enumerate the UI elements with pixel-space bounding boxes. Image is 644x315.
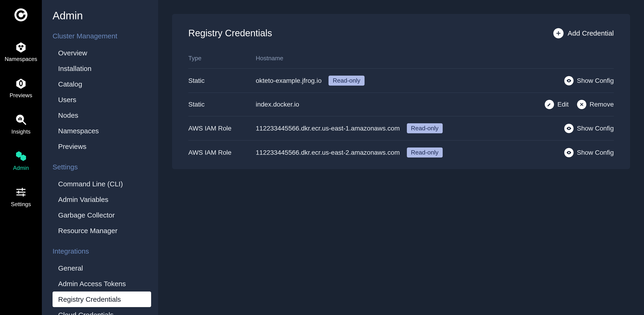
svg-point-6: [20, 48, 22, 50]
svg-point-24: [568, 152, 570, 153]
cell-type: Static: [188, 69, 256, 93]
sidebar-item-admin-variables[interactable]: Admin Variables: [42, 192, 158, 207]
sidebar-item-namespaces[interactable]: Namespaces: [42, 123, 158, 139]
sidebar-item-cli[interactable]: Command Line (CLI): [42, 176, 158, 192]
sidebar-title: Admin: [42, 9, 158, 32]
cell-type: Static: [188, 93, 256, 116]
cell-type: AWS IAM Role: [188, 141, 256, 165]
pencil-icon: [545, 100, 554, 109]
action-label: Show Config: [577, 77, 614, 85]
hostname-text: 112233445566.dkr.ecr.us-east-2.amazonaws…: [256, 149, 400, 156]
rail-label: Admin: [13, 165, 29, 171]
rail-label: Namespaces: [5, 56, 37, 62]
sidebar-section-cluster: Cluster Management Overview Installation…: [42, 32, 158, 154]
sidebar-section-header: Cluster Management: [42, 32, 158, 45]
cell-actions: Show Config: [509, 116, 614, 141]
rail-item-settings[interactable]: Settings: [11, 186, 31, 207]
eye-icon: [564, 148, 574, 157]
sidebar-section-header: Settings: [42, 163, 158, 176]
previews-icon: [14, 77, 28, 90]
sidebar-item-garbage-collector[interactable]: Garbage Collector: [42, 207, 158, 223]
svg-rect-12: [21, 118, 22, 120]
admin-icon: [14, 149, 28, 162]
rail-label: Insights: [12, 128, 31, 135]
sidebar-item-general[interactable]: General: [42, 260, 158, 276]
hostname-text: 112233445566.dkr.ecr.us-east-1.amazonaws…: [256, 125, 400, 132]
action-label: Remove: [590, 101, 614, 108]
sidebar-item-previews[interactable]: Previews: [42, 139, 158, 154]
sidebar-item-registry-credentials[interactable]: Registry Credentials: [52, 291, 151, 307]
col-hostname: Hostname: [256, 55, 509, 69]
settings-icon: [14, 186, 28, 199]
namespaces-icon: [14, 41, 28, 54]
readonly-badge: Read-only: [328, 76, 364, 86]
sidebar-item-users[interactable]: Users: [42, 92, 158, 108]
rail-nav: Namespaces Previews Insights Admin Setti…: [0, 0, 42, 315]
cell-hostname: 112233445566.dkr.ecr.us-east-2.amazonaws…: [256, 141, 509, 165]
hostname-text: okteto-example.jfrog.io: [256, 77, 322, 85]
credentials-card: Registry Credentials Add Credential Type…: [172, 14, 630, 169]
table-row: Staticokteto-example.jfrog.ioRead-onlySh…: [188, 69, 614, 93]
cell-actions: Show Config: [509, 141, 614, 165]
table-row: AWS IAM Role112233445566.dkr.ecr.us-east…: [188, 116, 614, 141]
table-row: AWS IAM Role112233445566.dkr.ecr.us-east…: [188, 141, 614, 165]
col-type: Type: [188, 55, 256, 69]
sidebar-item-nodes[interactable]: Nodes: [42, 108, 158, 123]
action-label: Edit: [557, 101, 568, 108]
rail-label: Previews: [10, 92, 32, 99]
svg-point-22: [568, 80, 570, 81]
svg-line-13: [23, 121, 26, 124]
table-row: Staticindex.docker.ioEditRemove: [188, 93, 614, 116]
cell-hostname: okteto-example.jfrog.ioRead-only: [256, 69, 509, 93]
svg-point-4: [18, 45, 21, 48]
sidebar-item-admin-tokens[interactable]: Admin Access Tokens: [42, 276, 158, 291]
svg-point-8: [20, 80, 22, 82]
show-config-button[interactable]: Show Config: [564, 124, 614, 133]
card-header: Registry Credentials Add Credential: [188, 28, 614, 38]
rail-item-previews[interactable]: Previews: [10, 77, 32, 99]
rail-label: Settings: [11, 201, 31, 207]
eye-icon: [564, 124, 574, 133]
app-logo: [14, 8, 28, 22]
sidebar-section-header: Integrations: [42, 247, 158, 260]
action-label: Show Config: [577, 149, 614, 156]
sidebar: Admin Cluster Management Overview Instal…: [42, 0, 158, 315]
sidebar-section-settings: Settings Command Line (CLI) Admin Variab…: [42, 163, 158, 238]
show-config-button[interactable]: Show Config: [564, 76, 614, 85]
page-title: Registry Credentials: [188, 28, 272, 38]
svg-marker-7: [16, 79, 26, 89]
cell-actions: Show Config: [509, 69, 614, 93]
svg-rect-2: [23, 13, 26, 15]
svg-marker-3: [16, 42, 26, 53]
close-icon: [577, 100, 586, 109]
sidebar-item-installation[interactable]: Installation: [42, 61, 158, 76]
remove-button[interactable]: Remove: [577, 100, 614, 109]
sidebar-section-integrations: Integrations General Admin Access Tokens…: [42, 247, 158, 315]
hostname-text: index.docker.io: [256, 101, 299, 108]
edit-button[interactable]: Edit: [545, 100, 568, 109]
svg-point-5: [21, 45, 24, 48]
rail-item-insights[interactable]: Insights: [12, 113, 31, 135]
cell-type: AWS IAM Role: [188, 116, 256, 141]
cell-hostname: index.docker.io: [256, 93, 509, 116]
show-config-button[interactable]: Show Config: [564, 148, 614, 157]
svg-rect-10: [18, 118, 19, 120]
sidebar-item-resource-manager[interactable]: Resource Manager: [42, 223, 158, 238]
cell-actions: EditRemove: [509, 93, 614, 116]
sidebar-item-cloud-credentials[interactable]: Cloud Credentials: [42, 307, 158, 315]
action-label: Show Config: [577, 125, 614, 132]
eye-icon: [564, 76, 574, 85]
sidebar-item-overview[interactable]: Overview: [42, 45, 158, 61]
credentials-table: Type Hostname Staticokteto-example.jfrog…: [188, 55, 614, 164]
svg-point-23: [568, 128, 570, 129]
rail-item-namespaces[interactable]: Namespaces: [5, 41, 37, 62]
sidebar-item-catalog[interactable]: Catalog: [42, 76, 158, 92]
plus-icon: [553, 28, 564, 38]
rail-item-admin[interactable]: Admin: [13, 149, 29, 171]
svg-rect-11: [20, 117, 20, 120]
readonly-badge: Read-only: [407, 123, 443, 133]
add-credential-label: Add Credential: [568, 29, 614, 37]
add-credential-button[interactable]: Add Credential: [553, 28, 614, 38]
readonly-badge: Read-only: [407, 148, 443, 158]
main-content: Registry Credentials Add Credential Type…: [158, 0, 644, 315]
